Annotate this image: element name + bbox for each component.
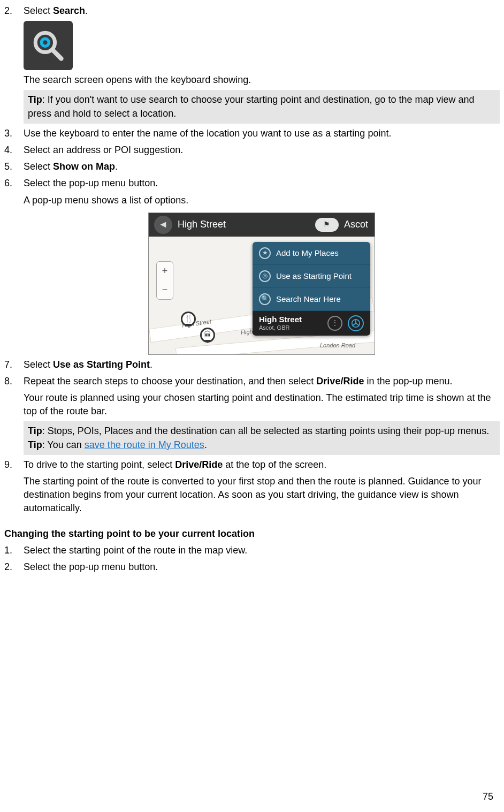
step-5: Select Show on Map. (24, 160, 500, 173)
step-7: Select Use as Starting Point. (24, 358, 500, 371)
map-header: ◄ High Street ⚑ Ascot (149, 213, 375, 237)
menu-starting-point[interactable]: ◎ Use as Starting Point (253, 265, 370, 288)
zoom-out-icon[interactable]: − (162, 283, 168, 297)
more-icon[interactable]: ⋮ (327, 316, 342, 331)
popup-menu: ★ Add to My Places ◎ Use as Starting Poi… (253, 242, 370, 336)
step-2: Select Search. The search screen opens w… (24, 4, 500, 124)
save-route-link[interactable]: save the route in My Routes (85, 439, 204, 450)
zoom-control[interactable]: + − (156, 261, 173, 300)
page-number: 75 (483, 790, 493, 803)
step-3: Use the keyboard to enter the name of th… (24, 127, 500, 140)
step2-text: Select (24, 5, 53, 16)
search-small-icon: 🔍 (259, 293, 271, 305)
svg-line-2 (52, 50, 61, 59)
restaurant-poi-icon[interactable]: 🍴 (181, 312, 196, 327)
target-icon: ◎ (259, 270, 271, 282)
menu-add-places[interactable]: ★ Add to My Places (253, 242, 370, 265)
menu-search-near[interactable]: 🔍 Search Near Here (253, 288, 370, 311)
sub-step-2: Select the pop-up menu button. (24, 560, 500, 574)
zoom-in-icon[interactable]: + (162, 264, 168, 278)
search-icon (24, 21, 73, 70)
step-4: Select an address or POI suggestion. (24, 143, 500, 157)
drive-icon[interactable] (348, 315, 364, 331)
selected-location: High Street Ascot, GBR ⋮ (253, 311, 370, 336)
header-region: Ascot (344, 218, 368, 231)
star-icon: ★ (259, 247, 271, 259)
map-screenshot: ◄ High Street ⚑ Ascot High Street High S… (148, 213, 375, 355)
svg-line-6 (353, 323, 356, 326)
step2-bold: Search (53, 5, 85, 16)
tip-1: Tip: If you don't want to use search to … (24, 90, 500, 123)
step-8: Repeat the search steps to choose your d… (24, 375, 500, 455)
tip-2-3: Tip: Stops, POIs, Places and the destina… (24, 421, 500, 454)
building-poi-icon[interactable]: 🏛 (200, 328, 215, 343)
svg-line-7 (356, 323, 359, 326)
header-location: High Street (178, 218, 315, 231)
flag-icon[interactable]: ⚑ (315, 218, 339, 232)
sub-step-1: Select the starting point of the route i… (24, 544, 500, 557)
svg-point-1 (41, 39, 49, 47)
step-9: To drive to the starting point, select D… (24, 458, 500, 515)
step2-desc: The search screen opens with the keyboar… (24, 73, 500, 87)
sub-heading: Changing the starting point to be your c… (4, 527, 500, 541)
step-6: Select the pop-up menu button. A pop-up … (24, 177, 500, 354)
back-icon[interactable]: ◄ (154, 216, 172, 234)
